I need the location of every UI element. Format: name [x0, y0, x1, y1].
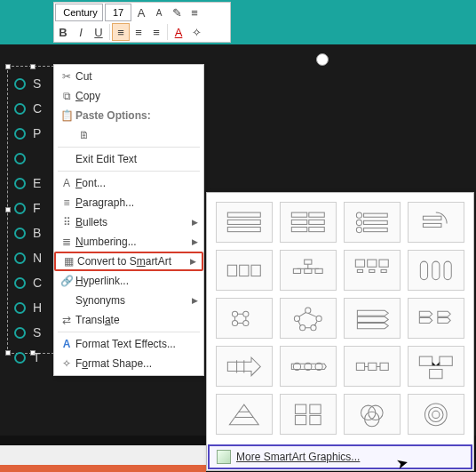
list-item: C: [14, 96, 42, 121]
svg-point-35: [233, 311, 238, 316]
menu-paragraph[interactable]: ≡Paragraph...: [54, 193, 203, 212]
svg-rect-23: [305, 268, 312, 273]
bullet-icon: [14, 228, 26, 239]
bullet-icon: [14, 352, 26, 364]
smartart-option[interactable]: [344, 346, 401, 387]
paste-option-keep[interactable]: 🗎: [54, 125, 203, 145]
bold-button[interactable]: B: [54, 23, 72, 41]
menu-font[interactable]: AFont...: [54, 173, 203, 193]
more-smartart-graphics[interactable]: More SmartArt Graphics...: [208, 444, 472, 469]
svg-rect-15: [424, 216, 442, 220]
menu-format-shape[interactable]: ✧Format Shape...: [54, 354, 203, 373]
smartart-option[interactable]: [280, 202, 337, 243]
indent-icon[interactable]: ≡: [186, 4, 203, 21]
menu-numbering[interactable]: ≣Numbering...▶: [54, 232, 203, 252]
svg-rect-26: [356, 260, 365, 267]
svg-rect-31: [381, 269, 386, 272]
svg-rect-49: [357, 363, 365, 370]
svg-point-38: [243, 320, 249, 325]
svg-rect-58: [310, 404, 321, 413]
chevron-right-icon: ▶: [190, 257, 196, 266]
smartart-option[interactable]: [408, 346, 464, 387]
menu-cut[interactable]: ✂Cut: [54, 67, 203, 86]
smartart-option[interactable]: [408, 250, 464, 291]
smartart-graphic-icon: [217, 450, 231, 464]
smartart-option[interactable]: [280, 394, 337, 435]
svg-point-40: [316, 316, 321, 321]
menu-exit-edit[interactable]: Exit Edit Text: [54, 149, 203, 169]
italic-button[interactable]: I: [72, 23, 90, 41]
shrink-font-button[interactable]: A: [150, 4, 168, 21]
smartart-option[interactable]: [344, 250, 401, 291]
svg-point-66: [432, 411, 440, 418]
list-item: B: [14, 220, 42, 245]
svg-rect-8: [309, 227, 324, 231]
paste-keep-icon: 🗎: [75, 129, 93, 141]
smartart-option[interactable]: [216, 202, 273, 243]
list-item: E: [14, 171, 42, 196]
smartart-option[interactable]: [216, 394, 273, 435]
align-right-button[interactable]: ≡: [147, 23, 165, 41]
menu-convert-smartart[interactable]: ▦Convert to SmartArt▶: [54, 252, 203, 271]
slide-bullet-list: S C P E F B N C H S T: [14, 71, 42, 370]
menu-hyperlink[interactable]: 🔗Hyperlink...: [54, 271, 203, 291]
svg-rect-14: [364, 228, 388, 231]
smartart-option[interactable]: [408, 202, 464, 243]
svg-rect-22: [294, 268, 301, 273]
menu-paste-options: 📋Paste Options:: [54, 106, 203, 125]
bullet-icon: [14, 78, 26, 90]
list-item: N: [14, 245, 42, 270]
context-menu: ✂Cut ⧉Copy 📋Paste Options: 🗎 Exit Edit T…: [53, 64, 204, 376]
underline-button[interactable]: U: [90, 23, 107, 41]
bullet-icon: [14, 327, 26, 339]
svg-rect-4: [309, 212, 324, 217]
smartart-option[interactable]: [344, 298, 401, 339]
paragraph-icon: ≡: [58, 196, 75, 209]
svg-rect-33: [432, 261, 440, 280]
smartart-option[interactable]: [216, 250, 273, 291]
svg-rect-20: [305, 260, 312, 264]
smartart-option[interactable]: [344, 202, 401, 243]
svg-rect-24: [315, 268, 322, 273]
svg-point-11: [357, 220, 362, 225]
menu-bullets[interactable]: ⠿Bullets▶: [54, 212, 203, 232]
smartart-option[interactable]: [408, 298, 464, 339]
numbering-icon: ≣: [58, 236, 75, 248]
list-item: F: [14, 196, 42, 220]
svg-rect-59: [296, 415, 306, 424]
align-left-button[interactable]: ≡: [112, 23, 130, 41]
font-color-button[interactable]: A: [170, 23, 187, 41]
smartart-option[interactable]: [344, 394, 401, 435]
svg-rect-5: [292, 220, 307, 224]
list-item: C: [14, 270, 42, 295]
bullet-icon: [14, 153, 26, 164]
font-name-combo[interactable]: Century: [55, 4, 103, 21]
smartart-option[interactable]: [280, 250, 337, 291]
smartart-option[interactable]: [280, 298, 337, 339]
font-size-combo[interactable]: 17: [105, 4, 131, 21]
list-item: P: [14, 121, 42, 146]
svg-rect-7: [292, 227, 307, 231]
menu-translate[interactable]: ⇄Translate: [54, 310, 203, 330]
bullet-icon: [14, 302, 26, 314]
smartart-option[interactable]: [216, 298, 273, 339]
svg-point-13: [357, 227, 362, 232]
svg-rect-16: [424, 223, 442, 227]
menu-copy[interactable]: ⧉Copy: [54, 86, 203, 106]
grow-font-button[interactable]: A: [132, 4, 150, 21]
rotate-handle[interactable]: [316, 53, 329, 66]
svg-point-36: [243, 311, 249, 316]
smartart-option[interactable]: [216, 346, 273, 387]
svg-rect-54: [430, 369, 442, 378]
menu-format-text-effects[interactable]: AFormat Text Effects...: [54, 334, 203, 354]
svg-rect-53: [440, 356, 452, 365]
align-center-button[interactable]: ≡: [130, 23, 147, 41]
smartart-option[interactable]: [280, 346, 337, 387]
smartart-option[interactable]: [408, 394, 464, 435]
chevron-right-icon: ▶: [192, 296, 198, 305]
smartart-icon: ▦: [60, 255, 77, 268]
menu-synonyms[interactable]: Synonyms▶: [54, 291, 203, 310]
clear-formatting-button[interactable]: ✧: [187, 23, 205, 41]
format-painter-icon[interactable]: ✎: [168, 4, 186, 21]
svg-point-41: [311, 324, 316, 330]
